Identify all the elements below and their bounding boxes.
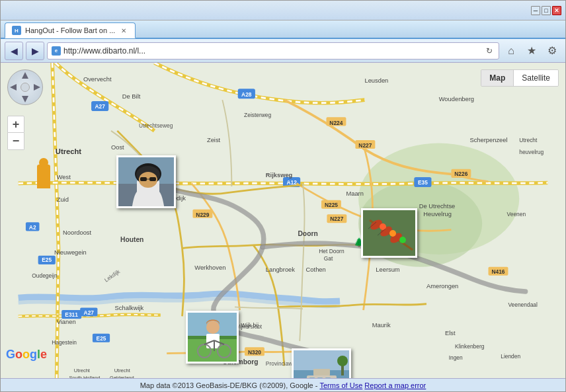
svg-text:Wijk bij: Wijk bij	[241, 322, 259, 329]
svg-text:Utrecht: Utrecht	[56, 147, 82, 155]
compass-center	[20, 83, 30, 92]
svg-text:Cothen: Cothen	[306, 266, 326, 273]
report-link[interactable]: Report a map error	[364, 381, 426, 389]
terms-link[interactable]: Terms of Use	[320, 381, 363, 389]
titlebar: ─ □ ✕	[1, 1, 565, 20]
svg-text:South Holland: South Holland	[69, 375, 100, 378]
address-text: http://www.dibarto.nl/l...	[63, 46, 481, 56]
tab-bar: H HangOut - Follow Bart on ... ✕	[1, 20, 565, 39]
pan-east-button[interactable]	[34, 84, 40, 91]
close-button[interactable]: ✕	[552, 6, 561, 15]
photo-pin-cyclist[interactable]	[116, 155, 176, 208]
svg-text:Klinkenberg: Klinkenberg	[455, 343, 485, 350]
svg-text:E25: E25	[42, 256, 52, 263]
svg-text:E25: E25	[97, 335, 106, 342]
maximize-button[interactable]: □	[542, 6, 551, 15]
svg-text:Leersum: Leersum	[376, 266, 400, 273]
svg-text:De Bilt: De Bilt	[122, 93, 141, 100]
address-bar[interactable]: e http://www.dibarto.nl/l... ↻	[47, 42, 499, 59]
svg-text:N229: N229	[196, 212, 209, 218]
svg-text:A28: A28	[241, 91, 252, 98]
minimize-button[interactable]: ─	[531, 6, 540, 15]
svg-text:Hagestein: Hagestein	[52, 339, 77, 346]
svg-text:Noordoost: Noordoost	[63, 229, 92, 236]
forward-button[interactable]: ▶	[26, 42, 44, 60]
svg-text:A2: A2	[29, 224, 36, 231]
svg-text:Scherpenzeel: Scherpenzeel	[469, 137, 507, 143]
svg-rect-129	[325, 377, 331, 378]
svg-text:heuvelrug: heuvelrug	[519, 149, 544, 155]
status-bar: Map data ©2013 GeoBasis-DE/BKG (©2009), …	[1, 378, 565, 391]
svg-text:West: West	[57, 174, 71, 180]
pan-north-button[interactable]	[22, 72, 28, 79]
svg-point-106	[389, 230, 396, 237]
svg-text:Utrecht: Utrecht	[114, 368, 131, 373]
pan-west-button[interactable]	[10, 84, 17, 91]
svg-text:Veenen: Veenen	[507, 211, 526, 217]
back-button[interactable]: ◀	[5, 42, 23, 60]
google-logo: Google	[6, 348, 47, 362]
pegman-head	[39, 158, 48, 167]
map-background: A27 A28 A12 E35 N224	[1, 63, 565, 378]
navigation-bar: ◀ ▶ e http://www.dibarto.nl/l... ↻ ⌂ ★ ⚙	[1, 39, 565, 63]
svg-text:N227: N227	[358, 142, 372, 149]
svg-rect-97	[140, 177, 147, 181]
svg-text:Overvecht: Overvecht	[83, 76, 112, 83]
svg-text:Leusden: Leusden	[364, 77, 388, 84]
svg-text:N416: N416	[491, 268, 505, 275]
svg-text:Veenendaal: Veenendaal	[508, 301, 538, 308]
home-button[interactable]: ⌂	[502, 42, 520, 60]
svg-text:Utrechtseweg: Utrechtseweg	[139, 122, 173, 129]
svg-text:Utrecht: Utrecht	[519, 137, 538, 143]
svg-text:N225: N225	[325, 202, 338, 208]
refresh-button[interactable]: ↻	[484, 46, 495, 56]
svg-text:De Utrechtse: De Utrechtse	[419, 203, 456, 210]
svg-point-113	[206, 321, 220, 334]
svg-text:Woudenberg: Woudenberg	[439, 96, 474, 102]
svg-rect-98	[149, 177, 156, 181]
window-controls: ─ □ ✕	[531, 6, 561, 15]
svg-text:Maarn: Maarn	[346, 190, 363, 197]
svg-text:Houten: Houten	[120, 236, 143, 243]
photo-pin-bbq[interactable]	[361, 208, 417, 258]
photo-pin-girl[interactable]	[186, 311, 239, 364]
pegman-body	[37, 165, 50, 188]
svg-text:Oudegeijn: Oudegeijn	[32, 272, 58, 279]
svg-text:Gelderland: Gelderland	[110, 375, 134, 378]
settings-button[interactable]: ⚙	[543, 42, 561, 60]
svg-text:Doorn: Doorn	[298, 230, 317, 237]
pan-south-button[interactable]	[22, 96, 28, 102]
svg-text:Vianen: Vianen	[57, 319, 76, 325]
compass-circle	[7, 69, 43, 105]
svg-text:Rijksweg: Rijksweg	[266, 172, 293, 178]
svg-text:A27: A27	[95, 103, 105, 110]
svg-text:Oost: Oost	[111, 144, 124, 151]
browser-window: ─ □ ✕ H HangOut - Follow Bart on ... ✕ ◀…	[0, 0, 566, 392]
zoom-out-button[interactable]: −	[7, 133, 24, 150]
svg-text:Werkhoven: Werkhoven	[194, 264, 225, 271]
svg-text:Nieuwegein: Nieuwegein	[54, 249, 87, 256]
svg-text:A27: A27	[84, 309, 95, 316]
svg-text:Heuvelrug: Heuvelrug	[423, 211, 452, 217]
tab-favicon: H	[12, 26, 21, 35]
svg-text:N320: N320	[248, 349, 261, 356]
svg-rect-127	[309, 377, 315, 378]
svg-point-107	[399, 237, 406, 243]
zoom-controls: + −	[7, 116, 24, 150]
navigation-control[interactable]	[7, 69, 43, 105]
tab-hangout[interactable]: H HangOut - Follow Bart on ... ✕	[5, 22, 136, 38]
pegman-control[interactable]	[37, 165, 50, 188]
photo-pin-ferry[interactable]	[292, 348, 351, 378]
map-container[interactable]: A27 A28 A12 E35 N224	[1, 63, 565, 378]
favorites-button[interactable]: ★	[522, 42, 541, 60]
svg-text:Zeisterweg: Zeisterweg	[244, 112, 271, 118]
svg-point-124	[337, 356, 348, 366]
zoom-in-button[interactable]: +	[7, 116, 24, 133]
satellite-view-button[interactable]: Satellite	[514, 70, 558, 86]
tab-close-button[interactable]: ✕	[119, 26, 128, 35]
map-view-button[interactable]: Map	[481, 70, 513, 86]
svg-text:Utrecht: Utrecht	[74, 368, 91, 373]
svg-text:Schalkwijk: Schalkwijk	[115, 305, 144, 311]
svg-text:Ingen: Ingen	[449, 354, 463, 361]
svg-text:Gat: Gat	[324, 255, 333, 262]
